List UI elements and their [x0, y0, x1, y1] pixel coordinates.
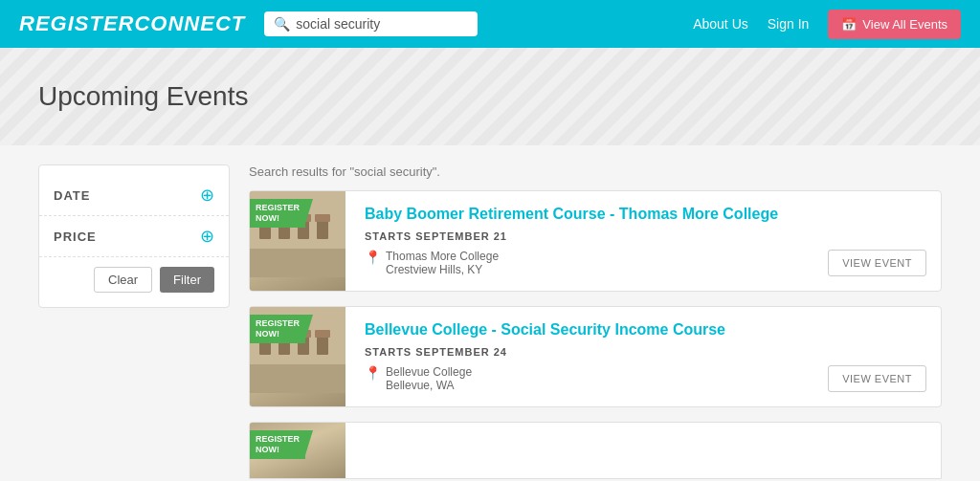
- event-info-2: Bellevue College - Social Security Incom…: [345, 307, 813, 406]
- event-title-2[interactable]: Bellevue College - Social Security Incom…: [365, 321, 794, 339]
- logo: REGISTERCONNECT: [19, 11, 245, 36]
- svg-rect-9: [250, 249, 345, 277]
- sidebar: DATE ⊕ PRICE ⊕ Clear Filter: [38, 164, 230, 479]
- main-content: DATE ⊕ PRICE ⊕ Clear Filter Search resul…: [0, 164, 980, 481]
- event-title-1[interactable]: Baby Boomer Retirement Course - Thomas M…: [365, 206, 794, 223]
- page-title: Upcoming Events: [38, 81, 942, 112]
- event-venue-1: Thomas More College Crestview Hills, KY: [386, 250, 499, 276]
- event-location-2: 📍 Bellevue College Bellevue, WA: [365, 365, 794, 392]
- date-filter-row[interactable]: DATE ⊕: [39, 175, 229, 216]
- date-filter-label: DATE: [54, 188, 90, 203]
- sign-in-link[interactable]: Sign In: [768, 16, 810, 32]
- event-info-1: Baby Boomer Retirement Course - Thomas M…: [345, 191, 813, 291]
- event-thumbnail-partial: REGISTERNOW!: [250, 423, 345, 478]
- search-input[interactable]: [296, 16, 468, 32]
- view-event-button-2[interactable]: VIEW EVENT: [828, 365, 926, 392]
- event-location-1: 📍 Thomas More College Crestview Hills, K…: [365, 250, 794, 276]
- date-expand-icon: ⊕: [200, 185, 214, 206]
- filter-box: DATE ⊕ PRICE ⊕ Clear Filter: [38, 164, 230, 308]
- event-action-1: VIEW EVENT: [813, 191, 941, 291]
- venue-city-1: Crestview Hills, KY: [386, 263, 499, 276]
- svg-rect-17: [317, 336, 328, 355]
- view-all-events-button[interactable]: 📅 View All Events: [828, 10, 961, 39]
- about-us-link[interactable]: About Us: [693, 16, 748, 32]
- header: REGISTERCONNECT 🔍 About Us Sign In 📅 Vie…: [0, 0, 980, 48]
- filter-button[interactable]: Filter: [160, 267, 214, 293]
- svg-rect-19: [250, 364, 345, 393]
- event-action-2: VIEW EVENT: [813, 307, 941, 406]
- clear-button[interactable]: Clear: [94, 267, 152, 293]
- price-filter-row[interactable]: PRICE ⊕: [39, 216, 229, 257]
- event-card-partial: REGISTERNOW!: [249, 422, 942, 479]
- location-pin-icon-1: 📍: [365, 250, 381, 265]
- location-pin-icon-2: 📍: [365, 365, 381, 381]
- header-nav: About Us Sign In 📅 View All Events: [693, 10, 961, 39]
- event-card: REGISTERNOW! Baby Boomer Retirement Cour…: [249, 190, 942, 292]
- register-now-badge-1: REGISTERNOW!: [250, 199, 305, 228]
- price-filter-label: PRICE: [54, 230, 97, 244]
- calendar-icon: 📅: [841, 17, 857, 32]
- price-expand-icon: ⊕: [200, 226, 214, 247]
- venue-name-1: Thomas More College: [386, 250, 499, 263]
- event-card-2: REGISTERNOW! Bellevue College - Social S…: [249, 306, 942, 407]
- event-thumbnail-2: REGISTERNOW!: [250, 307, 345, 406]
- svg-rect-8: [315, 214, 330, 222]
- search-box: 🔍: [264, 11, 478, 36]
- svg-rect-18: [315, 330, 330, 338]
- register-now-badge-partial: REGISTERNOW!: [250, 430, 305, 459]
- event-venue-2: Bellevue College Bellevue, WA: [386, 365, 472, 392]
- results-section: Search results for "social security".: [249, 164, 942, 479]
- search-icon: 🔍: [274, 16, 290, 32]
- view-all-events-label: View All Events: [862, 17, 947, 32]
- hero-section: Upcoming Events: [0, 48, 980, 145]
- venue-city-2: Bellevue, WA: [386, 379, 472, 392]
- venue-name-2: Bellevue College: [386, 365, 472, 379]
- results-info: Search results for "social security".: [249, 164, 942, 179]
- register-now-badge-2: REGISTERNOW!: [250, 315, 305, 343]
- event-thumbnail-1: REGISTERNOW!: [250, 191, 345, 291]
- view-event-button-1[interactable]: VIEW EVENT: [828, 250, 926, 276]
- svg-rect-7: [317, 220, 328, 239]
- filter-actions: Clear Filter: [39, 257, 229, 297]
- event-starts-2: STARTS SEPTEMBER 24: [365, 346, 794, 358]
- event-starts-1: STARTS SEPTEMBER 21: [365, 230, 794, 242]
